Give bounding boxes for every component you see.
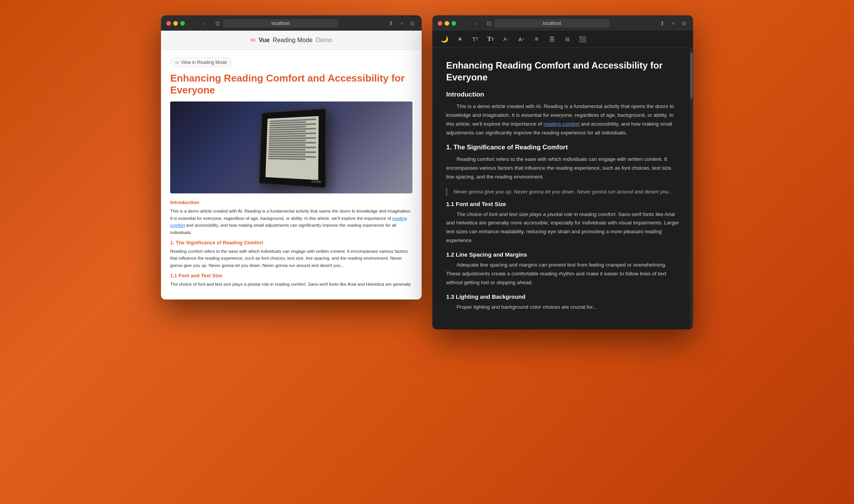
section11-text-left: The choice of font and text size plays a…: [170, 281, 412, 288]
dark-intro-heading: Introduction: [446, 91, 679, 98]
dark-section1-text: Reading comfort refers to the ease with …: [446, 155, 679, 182]
text-line: [269, 147, 316, 148]
intro-text-after-link: and accessibility, and how making small …: [170, 223, 396, 234]
dark-section11-italic: The choice of font and text size plays a…: [457, 211, 617, 217]
dark-blockquote: Never gonna give you up. Never gonna let…: [446, 188, 679, 196]
address-bar-right[interactable]: localhost: [494, 19, 609, 28]
dark-section13-heading: 1.3 Lighting and Background: [446, 293, 679, 300]
dark-section11-heading: 1.1 Font and Text Size: [446, 201, 679, 207]
new-tab-icon[interactable]: +: [398, 20, 406, 27]
text-line: [268, 158, 306, 160]
right-browser-chrome: ‹ › ⊡ localhost ⬆ + ⧉: [432, 15, 693, 31]
browser-controls-right: ‹ ›: [462, 20, 480, 27]
left-browser-chrome: ‹ › ⊡ localhost ⬆ + ⧉: [161, 15, 422, 31]
close-button-right[interactable]: [438, 21, 442, 26]
dark-reading-comfort-link[interactable]: reading comfort: [544, 121, 580, 127]
logo-vue-text: Vue: [259, 37, 270, 44]
maximize-button[interactable]: [180, 21, 185, 26]
browser-actions-right: ⬆ + ⧉: [659, 20, 688, 27]
traffic-lights-right: [438, 21, 456, 26]
share-icon-right[interactable]: ⬆: [659, 20, 666, 27]
dark-section11-text: The choice of font and text size plays a…: [446, 210, 679, 245]
share-icon[interactable]: ⬆: [387, 20, 395, 27]
scrollbar-track[interactable]: [690, 48, 693, 329]
logo-icon: ∞: [251, 36, 256, 44]
section1-text-left: Reading comfort refers to the ease with …: [170, 248, 412, 269]
intro-heading-left: Introduction: [170, 200, 412, 205]
left-page-content: ∞ View in Reading Mode Enhancing Reading…: [161, 50, 422, 299]
intro-text-before-link: This is a demo article created with AI. …: [170, 209, 411, 220]
increase-font-button[interactable]: A+: [517, 34, 526, 44]
minimize-button[interactable]: [173, 21, 178, 26]
export-button[interactable]: ⬛: [578, 34, 587, 44]
dark-intro-text: This is a demo article created with AI. …: [446, 102, 679, 137]
article-image: kindle: [170, 101, 412, 193]
reading-toolbar: 🌙 ☀ TT TT A− A+ ≡ ☰ ⊟ ⬛: [432, 31, 693, 48]
forward-button[interactable]: ›: [201, 20, 209, 27]
page-header: ∞ Vue Reading Mode Demo: [161, 31, 422, 50]
reading-mode-icon: ∞: [175, 59, 179, 65]
maximize-button-right[interactable]: [452, 21, 456, 26]
tabs-icon-right[interactable]: ⧉: [680, 20, 688, 27]
scrollbar-thumb[interactable]: [690, 52, 693, 98]
address-text-left: localhost: [271, 21, 289, 26]
left-browser-window: ‹ › ⊡ localhost ⬆ + ⧉ ∞ Vue Reading Mode: [161, 15, 422, 299]
article-title-left: Enhancing Reading Comfort and Accessibil…: [170, 72, 412, 96]
text-line: [269, 133, 316, 135]
dark-section1-heading: 1. The Significance of Reading Comfort: [446, 144, 679, 151]
text-line: [269, 144, 306, 146]
address-bar-left[interactable]: localhost: [223, 19, 338, 28]
traffic-lights-left: [166, 21, 185, 26]
reading-mode-label: View in Reading Mode: [181, 60, 227, 65]
font-sans-button[interactable]: TT: [471, 34, 480, 44]
minimize-button-right[interactable]: [445, 21, 449, 26]
text-line: [268, 151, 316, 153]
text-line: [268, 154, 306, 155]
list-style-3-button[interactable]: ⊟: [563, 34, 572, 44]
address-text-right: localhost: [543, 21, 561, 26]
tab-icon: ⊡: [215, 20, 220, 26]
close-button[interactable]: [166, 21, 171, 26]
kindle-screen: [266, 116, 319, 180]
kindle-label: kindle: [311, 179, 321, 184]
tab-icon-right: ⊡: [487, 20, 491, 26]
tab-bar-left: ⊡ localhost: [215, 19, 377, 28]
list-style-1-button[interactable]: ≡: [532, 34, 541, 44]
text-line: [269, 140, 306, 142]
dark-section12-heading: 1.2 Line Spacing and Margins: [446, 251, 679, 258]
logo-demo-text: Demo: [315, 37, 332, 44]
list-style-2-button[interactable]: ☰: [547, 34, 557, 44]
font-serif-button[interactable]: TT: [486, 34, 495, 44]
text-line: [269, 137, 316, 140]
dark-section13-text: Proper lighting and background color cho…: [446, 303, 679, 312]
dark-article-title: Enhancing Reading Comfort and Accessibil…: [446, 59, 679, 83]
view-reading-mode-button[interactable]: ∞ View in Reading Mode: [170, 57, 232, 67]
text-line: [268, 149, 306, 151]
tab-bar-right: ⊡ localhost: [487, 19, 649, 28]
section1-heading-left: 1. The Significance of Reading Comfort: [170, 240, 412, 245]
section11-heading-left: 1.1 Font and Text Size: [170, 273, 412, 278]
light-mode-button[interactable]: ☀: [455, 34, 465, 44]
dark-section12-text: Adequate line spacing and margins can pr…: [446, 261, 679, 287]
browser-controls-left: ‹ ›: [191, 20, 209, 27]
right-content-wrapper: Enhancing Reading Comfort and Accessibil…: [432, 48, 693, 329]
browser-actions-left: ⬆ + ⧉: [387, 20, 416, 27]
back-button[interactable]: ‹: [191, 20, 199, 27]
right-browser-window: ‹ › ⊡ localhost ⬆ + ⧉ 🌙 ☀ TT TT A− A+: [432, 15, 693, 329]
tabs-icon[interactable]: ⧉: [409, 20, 416, 27]
logo-reading-text: Reading Mode: [273, 37, 312, 44]
logo-area: ∞ Vue Reading Mode Demo: [251, 36, 332, 44]
intro-text-left: This is a demo article created with AI. …: [170, 208, 412, 236]
new-tab-icon-right[interactable]: +: [669, 20, 677, 27]
decrease-font-button[interactable]: A−: [501, 34, 511, 44]
dark-reading-content: Enhancing Reading Comfort and Accessibil…: [432, 48, 693, 329]
back-button-right[interactable]: ‹: [462, 20, 470, 27]
kindle-device: kindle: [258, 108, 327, 189]
dark-mode-button[interactable]: 🌙: [440, 34, 449, 44]
text-line: [269, 142, 316, 144]
forward-button-right[interactable]: ›: [472, 20, 480, 27]
